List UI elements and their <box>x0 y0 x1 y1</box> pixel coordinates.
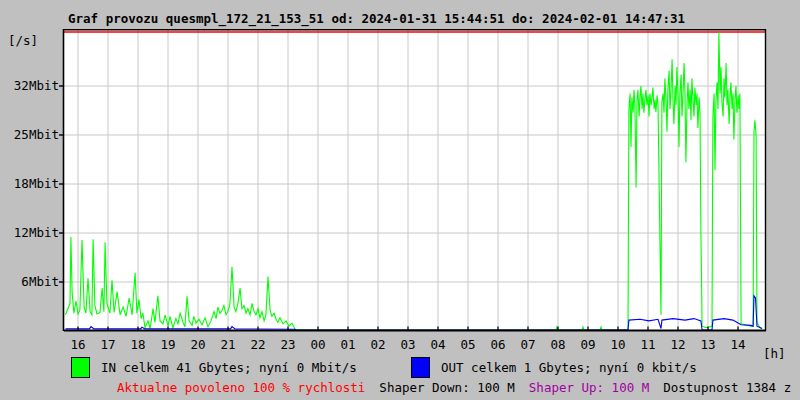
x-axis-label: 10 <box>610 337 625 352</box>
x-axis-label: 06 <box>490 337 505 352</box>
allowed-speed-text: Aktualne povoleno 100 % rychlosti <box>117 380 365 395</box>
x-axis-label: 04 <box>430 337 445 352</box>
in-legend-label: IN celkem 41 Gbytes; nyní 0 Mbit/s <box>101 360 357 375</box>
x-axis-label: 14 <box>730 337 745 352</box>
shaper-down-text: Shaper Down: 100 M <box>379 380 514 395</box>
out-color-swatch <box>411 357 430 378</box>
y-axis-label: 6Mbit <box>0 275 59 289</box>
shaper-up-text: Shaper Up: 100 M <box>529 380 649 395</box>
x-axis-label: 07 <box>520 337 535 352</box>
x-axis-unit-label: [h] <box>763 346 786 361</box>
availability-text: Dostupnost 1384 z 1440 (96.1 %) <box>663 380 800 395</box>
graph-title: Graf provozu quesmpl_172_21_153_51 od: 2… <box>68 11 685 26</box>
x-axis-label: 01 <box>340 337 355 352</box>
x-axis-label: 23 <box>280 337 295 352</box>
legend-in: IN celkem 41 Gbytes; nyní 0 Mbit/s <box>71 357 357 378</box>
y-axis-label: 12Mbit <box>0 226 59 240</box>
x-axis-label: 16 <box>70 337 85 352</box>
out-legend-label: OUT celkem 1 Gbytes; nyní 0 kbit/s <box>441 360 697 375</box>
x-axis-label: 20 <box>190 337 205 352</box>
legend-out: OUT celkem 1 Gbytes; nyní 0 kbit/s <box>411 357 697 378</box>
plot-background <box>64 30 765 330</box>
y-axis-label: 25Mbit <box>0 128 59 142</box>
x-axis-label: 11 <box>640 337 655 352</box>
x-axis-label: 03 <box>400 337 415 352</box>
x-axis-label: 17 <box>100 337 115 352</box>
x-axis-label: 19 <box>160 337 175 352</box>
x-axis-label: 21 <box>220 337 235 352</box>
x-axis-label: 00 <box>310 337 325 352</box>
x-axis-label: 13 <box>700 337 715 352</box>
x-axis-label: 12 <box>670 337 685 352</box>
x-axis-label: 08 <box>550 337 565 352</box>
y-axis-label: 18Mbit <box>0 177 59 191</box>
y-axis-unit-label: [/s] <box>8 33 38 48</box>
x-axis-label: 05 <box>460 337 475 352</box>
x-axis-label: 18 <box>130 337 145 352</box>
x-axis-label: 02 <box>370 337 385 352</box>
in-color-swatch <box>71 357 90 378</box>
y-axis-label: 32Mbit <box>0 79 59 93</box>
x-axis-label: 22 <box>250 337 265 352</box>
status-line: Aktualne povoleno 100 % rychlosti Shaper… <box>117 380 800 395</box>
x-axis-label: 09 <box>580 337 595 352</box>
traffic-graph-plot <box>58 29 770 339</box>
